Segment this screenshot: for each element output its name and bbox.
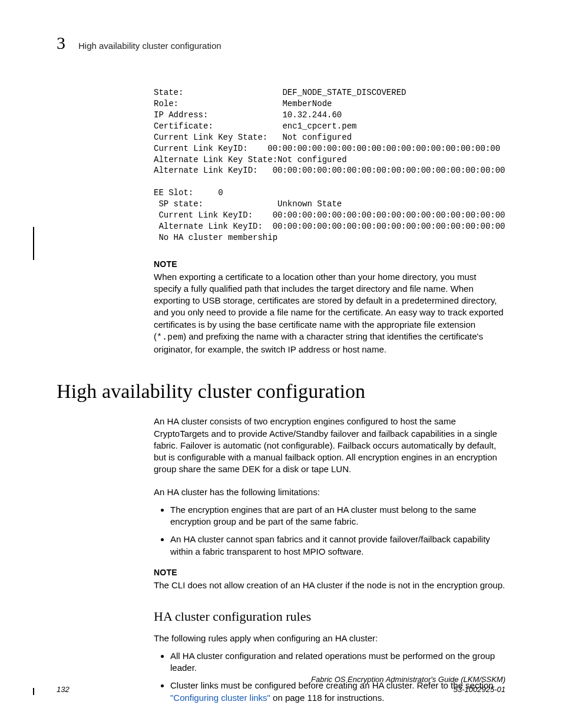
section-heading: High availability cluster configuration <box>57 378 505 405</box>
cli-output: State: DEF_NODE_STATE_DISCOVERED Role: M… <box>154 87 505 243</box>
note-text: When exporting a certificate to a locati… <box>154 271 505 356</box>
doc-number: 53-1002925-01 <box>454 685 505 694</box>
chapter-number: 3 <box>57 34 65 52</box>
revision-bar <box>33 688 34 695</box>
page-number: 132 <box>57 684 70 695</box>
chapter-title: High availability cluster configuration <box>78 40 222 52</box>
subsection-heading: HA cluster configuration rules <box>154 608 505 625</box>
revision-bar <box>33 227 34 260</box>
note-text: The CLI does not allow creation of an HA… <box>154 579 505 591</box>
note-block: NOTE When exporting a certificate to a l… <box>154 259 505 356</box>
section-body: An HA cluster consists of two encryption… <box>154 416 505 704</box>
page-footer: 132 Fabric OS Encryption Administrator's… <box>57 674 505 695</box>
book-title: Fabric OS Encryption Administrator's Gui… <box>311 675 505 684</box>
note-mono: *.pem <box>157 332 183 342</box>
bullet-item: An HA cluster cannot span fabrics and it… <box>170 533 505 558</box>
bullet-item: The encryption engines that are part of … <box>170 504 505 528</box>
note-label: NOTE <box>154 259 505 270</box>
section-para-2: An HA cluster has the following limitati… <box>154 486 505 498</box>
footer-right: Fabric OS Encryption Administrator's Gui… <box>311 674 505 695</box>
bullet-item: All HA cluster configuration and related… <box>170 650 505 674</box>
subsection-intro: The following rules apply when configuri… <box>154 633 505 644</box>
note-text-after: ) and prefixing the name with a characte… <box>154 331 483 354</box>
page: 3 High availability cluster configuratio… <box>0 0 562 728</box>
running-header: 3 High availability cluster configuratio… <box>57 34 505 52</box>
section-para-1: An HA cluster consists of two encryption… <box>154 416 505 475</box>
section-bullets: The encryption engines that are part of … <box>154 504 505 558</box>
note-label: NOTE <box>154 567 505 578</box>
